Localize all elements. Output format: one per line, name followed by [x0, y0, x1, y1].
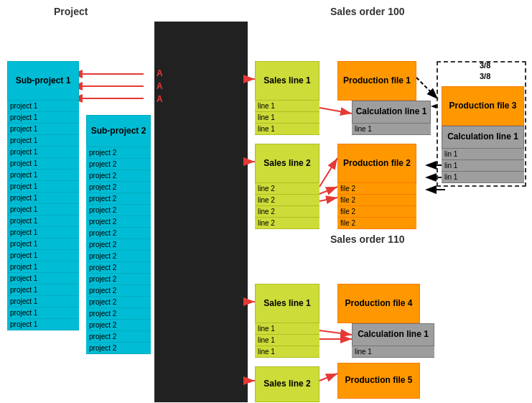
svg-line-17 — [319, 330, 352, 335]
list-item: project 2 — [86, 159, 151, 170]
list-item: project 2 — [86, 193, 151, 205]
list-item: line 1 — [352, 346, 434, 358]
list-item: project 1 — [7, 227, 79, 238]
svg-line-10 — [319, 158, 337, 187]
calc-line-1-4-box: Calculation line 1 — [352, 323, 434, 346]
list-item: project 1 — [7, 261, 79, 273]
list-item: project 1 — [7, 307, 79, 319]
list-item: project 2 — [86, 308, 151, 320]
sales-line-1-100-sublist: line 1 line 1 line 1 — [255, 101, 319, 135]
svg-line-12 — [319, 198, 337, 201]
list-item: file 2 — [337, 218, 416, 229]
sales-line-1-110-box: Sales line 1 — [255, 284, 319, 323]
calc-line-1-4-sublist: line 1 — [352, 346, 434, 358]
list-item: line 1 — [352, 124, 431, 135]
production-file-1-box: Production file 1 — [337, 61, 416, 101]
list-item: project 2 — [86, 216, 151, 228]
list-item: project 2 — [86, 343, 151, 354]
sub-project-2-box: Sub-project 2 — [86, 115, 151, 147]
list-item: line 1 — [255, 335, 319, 346]
list-item: project 2 — [86, 297, 151, 308]
dark-column — [154, 22, 248, 402]
list-item: project 2 — [86, 228, 151, 239]
list-item: project 2 — [86, 274, 151, 285]
list-item: project 1 — [7, 204, 79, 216]
production-file-4-box: Production file 4 — [337, 284, 420, 323]
list-item: line 1 — [255, 124, 319, 135]
sub-project-1-list: project 1 project 1 project 1 project 1 … — [7, 101, 79, 330]
calc-line-1-1-box: Calculation line 1 — [352, 101, 431, 124]
arrow-label-a1: A — [157, 68, 163, 78]
sales-line-1-110-sublist: line 1 line 1 line 1 — [255, 323, 319, 358]
sales-order-100-header: Sales order 100 — [330, 6, 405, 17]
sub-project-2-list: project 2 project 2 project 2 project 2 … — [86, 147, 151, 354]
fraction-top: 3/8 — [480, 61, 490, 70]
sales-line-2-100-box: Sales line 2 — [255, 144, 319, 183]
list-item: line 2 — [255, 195, 319, 206]
sub-project-1-box: Sub-project 1 — [7, 61, 79, 101]
list-item: project 1 — [7, 135, 79, 147]
list-item: project 1 — [7, 296, 79, 307]
list-item: project 2 — [86, 262, 151, 274]
arrow-label-a2: A — [157, 81, 163, 91]
svg-line-13 — [416, 78, 438, 99]
calc-line-1-1-sublist: line 1 — [352, 124, 431, 135]
list-item: file 2 — [337, 183, 416, 195]
list-item: project 2 — [86, 285, 151, 297]
sales-line-1-100-box: Sales line 1 — [255, 61, 319, 101]
production-file-2-box: Production file 2 — [337, 144, 416, 183]
list-item: project 2 — [86, 251, 151, 262]
svg-line-19 — [319, 374, 337, 381]
list-item: project 1 — [7, 193, 79, 204]
diagram-container: Project Sales order 100 Sales order 110 … — [0, 0, 532, 403]
list-item: project 1 — [7, 181, 79, 193]
list-item: file 2 — [337, 195, 416, 206]
list-item: project 1 — [7, 112, 79, 124]
svg-line-9 — [319, 108, 352, 114]
project-header: Project — [54, 6, 88, 17]
list-item: project 1 — [7, 238, 79, 250]
list-item: project 2 — [86, 205, 151, 216]
list-item: file 2 — [337, 206, 416, 218]
list-item: project 1 — [7, 216, 79, 227]
sales-line-2-110-box: Sales line 2 — [255, 366, 319, 402]
list-item: line 1 — [255, 323, 319, 335]
list-item: project 1 — [7, 147, 79, 158]
list-item: project 1 — [7, 319, 79, 330]
list-item: project 1 — [7, 250, 79, 261]
svg-line-11 — [319, 187, 337, 194]
list-item: project 1 — [7, 273, 79, 284]
fraction-bottom: 3/8 — [480, 72, 490, 80]
list-item: project 1 — [7, 158, 79, 170]
list-item: project 2 — [86, 239, 151, 251]
list-item: line 1 — [255, 346, 319, 358]
arrow-label-a3: A — [157, 94, 163, 104]
list-item: line 2 — [255, 218, 319, 229]
list-item: line 1 — [255, 101, 319, 112]
list-item: project 1 — [7, 101, 79, 112]
list-item: line 1 — [255, 112, 319, 124]
list-item: project 1 — [7, 124, 79, 135]
list-item: project 2 — [86, 320, 151, 331]
list-item: project 2 — [86, 170, 151, 182]
list-item: line 2 — [255, 183, 319, 195]
sales-order-110-header: Sales order 110 — [330, 233, 405, 245]
list-item: project 1 — [7, 284, 79, 296]
list-item: project 2 — [86, 147, 151, 159]
list-item: line 2 — [255, 206, 319, 218]
prod-file-2-sublist: file 2 file 2 file 2 file 2 — [337, 183, 416, 229]
list-item: project 1 — [7, 170, 79, 181]
production-file-5-box: Production file 5 — [337, 363, 420, 399]
sales-line-2-100-sublist: line 2 line 2 line 2 line 2 — [255, 183, 319, 229]
list-item: project 2 — [86, 331, 151, 343]
list-item: project 2 — [86, 182, 151, 193]
